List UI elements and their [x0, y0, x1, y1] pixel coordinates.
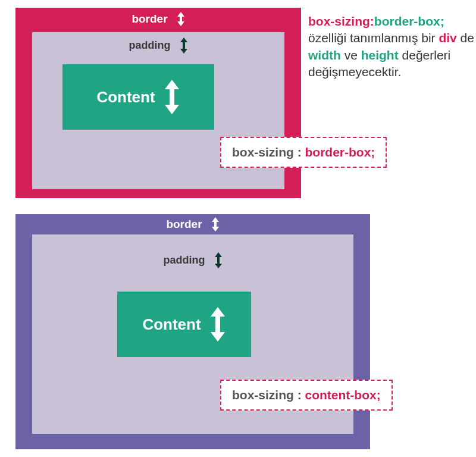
diagram2-badge-property: box-sizing :	[232, 388, 302, 402]
updown-arrow-icon	[211, 217, 220, 231]
diagram2-border-label: border	[166, 218, 202, 231]
explain-t3: ve	[341, 48, 361, 62]
diagram2-badge-value: content-box;	[305, 388, 381, 402]
explain-t2: de	[457, 31, 474, 45]
updown-arrow-icon	[209, 307, 226, 342]
updown-arrow-icon	[164, 80, 180, 114]
explain-height: height	[361, 48, 399, 62]
diagram1-border-label-row: border	[15, 12, 301, 26]
diagram1-badge: box-sizing : border-box;	[220, 137, 387, 168]
diagram2-padding-label-row: padding	[32, 252, 353, 268]
diagram1-badge-property: box-sizing :	[232, 145, 302, 159]
explain-val: border-box;	[374, 14, 444, 28]
diagram2-padding-label: padding	[164, 254, 205, 267]
diagram1-padding-label: padding	[129, 39, 171, 52]
explanation-text: box-sizing:border-box; özelliği tanımlan…	[308, 13, 475, 80]
diagram2-content-label: Content	[142, 315, 201, 334]
updown-arrow-icon	[177, 12, 185, 26]
explain-t1: özelliği tanımlanmış bir	[308, 31, 439, 45]
diagram2-border-label-row: border	[15, 217, 370, 231]
explain-width: width	[308, 48, 341, 62]
explain-prop: box-sizing:	[308, 14, 374, 28]
diagram1-border-label: border	[131, 12, 167, 26]
diagram2-badge: box-sizing : content-box;	[220, 380, 393, 411]
diagram1-content-label: Content	[96, 88, 155, 107]
explain-div: div	[439, 31, 456, 45]
updown-arrow-icon	[180, 37, 188, 54]
diagram1-badge-value: border-box;	[305, 145, 375, 159]
diagram1-padding-label-row: padding	[32, 37, 284, 54]
diagram2-content-layer: Content	[117, 292, 251, 357]
diagram1-content-layer: Content	[62, 64, 214, 130]
updown-arrow-icon	[214, 252, 223, 268]
